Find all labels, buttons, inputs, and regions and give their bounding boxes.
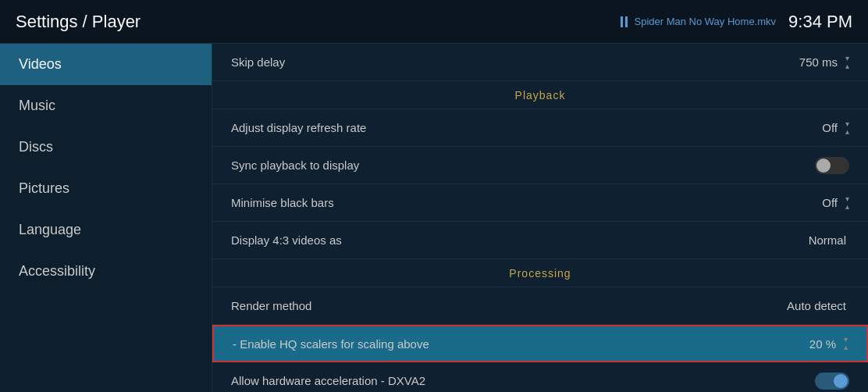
sidebar-label-accessibility: Accessibility — [19, 263, 95, 279]
pause-icon — [621, 16, 628, 27]
sidebar-item-language[interactable]: Language — [0, 209, 212, 251]
sidebar-item-music[interactable]: Music — [0, 85, 212, 127]
adjust-display-refresh-rate-value: Off — [822, 121, 838, 134]
render-method-value: Auto detect — [787, 299, 846, 312]
skip-delay-value: 750 ms — [799, 55, 838, 69]
enable-hq-scalers-chevrons[interactable]: ▾ ▴ — [844, 336, 848, 351]
setting-enable-hq-scalers[interactable]: - Enable HQ scalers for scaling above 20… — [212, 325, 868, 362]
header-right: Spider Man No Way Home.mkv 9:34 PM — [621, 12, 852, 32]
sidebar-label-music: Music — [19, 98, 55, 113]
settings-content: Skip delay 750 ms ▾ ▴ Playback Adjust di… — [212, 44, 868, 392]
enable-hq-scalers-chevron-up[interactable]: ▴ — [844, 344, 848, 351]
sync-playback-toggle[interactable] — [815, 157, 849, 174]
sidebar-item-pictures[interactable]: Pictures — [0, 168, 212, 209]
setting-minimise-black-bars[interactable]: Minimise black bars Off ▾ ▴ — [212, 184, 868, 222]
section-playback-title: Playback — [515, 89, 566, 102]
skip-delay-chevron-up[interactable]: ▴ — [845, 62, 849, 70]
allow-hw-accel-label: Allow hardware acceleration - DXVA2 — [231, 374, 815, 387]
setting-allow-hw-accel[interactable]: Allow hardware acceleration - DXVA2 — [212, 362, 868, 392]
sync-playback-label: Sync playback to display — [231, 159, 815, 172]
clock: 9:34 PM — [788, 12, 852, 32]
skip-delay-chevron-down[interactable]: ▾ — [845, 55, 849, 62]
adjust-display-refresh-rate-label: Adjust display refresh rate — [231, 121, 822, 134]
sidebar-label-videos: Videos — [19, 56, 62, 72]
enable-hq-scalers-value: 20 % — [809, 337, 836, 351]
allow-hw-accel-toggle[interactable] — [815, 372, 849, 390]
setting-render-method[interactable]: Render method Auto detect — [212, 287, 868, 325]
sidebar-label-pictures: Pictures — [19, 180, 69, 196]
skip-delay-label: Skip delay — [231, 55, 799, 69]
sidebar-label-discs: Discs — [19, 139, 53, 155]
adjust-display-refresh-rate-chevron-up[interactable]: ▴ — [845, 128, 849, 136]
section-processing-header: Processing — [212, 259, 868, 287]
setting-sync-playback[interactable]: Sync playback to display — [212, 147, 868, 184]
sidebar-item-discs[interactable]: Discs — [0, 127, 212, 168]
setting-adjust-display-refresh-rate[interactable]: Adjust display refresh rate Off ▾ ▴ — [212, 109, 868, 147]
minimise-black-bars-label: Minimise black bars — [231, 196, 822, 209]
minimise-black-bars-value: Off — [822, 196, 838, 209]
minimise-black-bars-chevron-up[interactable]: ▴ — [845, 203, 849, 211]
header: Settings / Player Spider Man No Way Home… — [0, 0, 868, 44]
now-playing-text: Spider Man No Way Home.mkv — [634, 16, 776, 27]
skip-delay-row[interactable]: Skip delay 750 ms ▾ ▴ — [212, 44, 868, 81]
minimise-black-bars-chevrons[interactable]: ▾ ▴ — [845, 195, 849, 211]
pause-bar-1 — [621, 16, 623, 27]
sidebar-item-videos[interactable]: Videos — [0, 44, 212, 85]
display-43-value: Normal — [809, 233, 846, 247]
enable-hq-scalers-label: - Enable HQ scalers for scaling above — [233, 337, 809, 351]
now-playing: Spider Man No Way Home.mkv — [621, 16, 776, 27]
skip-delay-chevrons[interactable]: ▾ ▴ — [845, 55, 849, 70]
pause-bar-2 — [625, 16, 628, 27]
minimise-black-bars-chevron-down[interactable]: ▾ — [845, 195, 849, 203]
section-processing-title: Processing — [509, 267, 571, 280]
display-43-label: Display 4:3 videos as — [231, 233, 809, 247]
sidebar-label-language: Language — [19, 222, 81, 237]
setting-display-43[interactable]: Display 4:3 videos as Normal — [212, 222, 868, 259]
render-method-label: Render method — [231, 299, 787, 312]
section-playback-header: Playback — [212, 81, 868, 109]
adjust-display-refresh-rate-chevrons[interactable]: ▾ ▴ — [845, 120, 849, 136]
main-layout: Videos Music Discs Pictures Language Acc… — [0, 44, 868, 392]
sidebar: Videos Music Discs Pictures Language Acc… — [0, 44, 212, 392]
adjust-display-refresh-rate-chevron-down[interactable]: ▾ — [845, 120, 849, 128]
page-title: Settings / Player — [16, 12, 621, 32]
sidebar-item-accessibility[interactable]: Accessibility — [0, 251, 212, 292]
